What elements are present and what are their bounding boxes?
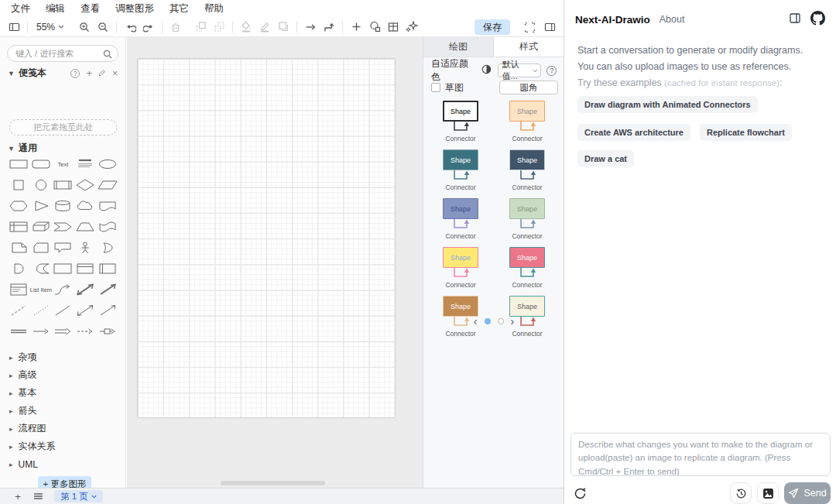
shape-step[interactable] bbox=[52, 220, 74, 234]
shape-card[interactable] bbox=[30, 241, 53, 255]
add-icon[interactable]: + bbox=[86, 67, 92, 79]
elbow-connector-icon[interactable] bbox=[320, 19, 338, 35]
shape-arrow-link[interactable] bbox=[30, 324, 53, 338]
sidebar-category-basic[interactable]: ▸基本 bbox=[0, 384, 126, 402]
shape-line[interactable] bbox=[52, 303, 74, 317]
zoom-out-icon[interactable] bbox=[94, 19, 112, 35]
style-preset-2[interactable]: ShapeConnector bbox=[500, 101, 554, 142]
search-input[interactable] bbox=[7, 45, 118, 62]
shape-process[interactable] bbox=[52, 178, 74, 192]
shape-rounded-rectangle[interactable] bbox=[30, 157, 53, 171]
shape-directional-connector[interactable] bbox=[96, 303, 118, 317]
style-preset-3[interactable]: ShapeConnector bbox=[433, 149, 488, 191]
shape-list-container[interactable] bbox=[96, 262, 118, 276]
shape-double-arrow-link[interactable] bbox=[52, 324, 74, 338]
example-chip-1[interactable]: Create AWS architecture bbox=[577, 124, 690, 141]
style-preset-10[interactable]: ShapeConnector bbox=[500, 296, 554, 338]
style-preset-1[interactable]: ShapeConnector bbox=[433, 101, 488, 142]
save-button[interactable]: 保存 bbox=[475, 19, 510, 35]
page-tab[interactable]: 第 1 页 bbox=[54, 490, 103, 502]
shape-bidirectional-connector[interactable] bbox=[74, 303, 97, 317]
upload-image-button[interactable] bbox=[757, 482, 779, 504]
toggle-sidebar-icon[interactable] bbox=[5, 19, 23, 35]
shape-cloud[interactable] bbox=[74, 199, 97, 213]
scratchpad-dropzone[interactable]: 把元素拖至此处 bbox=[9, 119, 117, 135]
insert-table-icon[interactable] bbox=[384, 19, 403, 35]
shape-note[interactable] bbox=[8, 241, 30, 255]
shape-hexagon[interactable] bbox=[8, 199, 30, 213]
shape-bidirectional-arrow[interactable] bbox=[74, 283, 97, 297]
shape-triangle[interactable] bbox=[30, 199, 53, 213]
shape-labeled-link[interactable] bbox=[96, 324, 118, 338]
menu-item-0[interactable]: 文件 bbox=[11, 2, 30, 15]
to-back-icon[interactable] bbox=[210, 19, 228, 35]
style-preset-7[interactable]: ShapeConnector bbox=[433, 247, 488, 289]
fill-color-icon[interactable] bbox=[237, 19, 255, 35]
menu-item-4[interactable]: 其它 bbox=[170, 2, 189, 15]
canvas-area[interactable] bbox=[127, 37, 423, 488]
shape-trapezoid[interactable] bbox=[74, 220, 97, 234]
tab-diagram[interactable]: 绘图 bbox=[423, 37, 494, 57]
shape-actor[interactable] bbox=[74, 241, 97, 255]
shape-vertical-container[interactable] bbox=[74, 262, 97, 276]
collapse-panel-icon[interactable] bbox=[789, 12, 801, 27]
shape-cube[interactable] bbox=[30, 220, 53, 234]
shape-internal-storage[interactable] bbox=[8, 220, 30, 234]
style-preset-6[interactable]: ShapeConnector bbox=[500, 198, 554, 240]
shape-callout[interactable] bbox=[52, 241, 74, 255]
sidebar-category-advanced[interactable]: ▸高级 bbox=[0, 366, 126, 384]
example-chip-3[interactable]: Draw a cat bbox=[577, 150, 634, 167]
shape-circle[interactable] bbox=[30, 178, 53, 192]
shape-heading[interactable] bbox=[74, 157, 97, 171]
horizontal-scrollbar[interactable] bbox=[221, 481, 325, 485]
style-preset-8[interactable]: ShapeConnector bbox=[500, 247, 554, 289]
shape-dashed-line[interactable] bbox=[8, 303, 30, 317]
fullscreen-icon[interactable] bbox=[520, 19, 539, 35]
shape-list-item[interactable]: List Item bbox=[30, 283, 53, 297]
shape-curve[interactable] bbox=[52, 283, 74, 297]
shape-document[interactable] bbox=[96, 199, 118, 213]
help-icon[interactable]: ? bbox=[546, 66, 557, 76]
add-page-icon[interactable]: + bbox=[8, 491, 28, 502]
sidebar-category-arrows[interactable]: ▸箭头 bbox=[0, 402, 126, 420]
chat-input[interactable] bbox=[570, 433, 831, 476]
to-front-icon[interactable] bbox=[191, 19, 210, 35]
straight-connector-icon[interactable] bbox=[301, 19, 320, 35]
pager-prev-icon[interactable]: ‹ bbox=[474, 317, 478, 325]
reset-chat-button[interactable] bbox=[574, 487, 587, 500]
send-button[interactable]: Send bbox=[784, 482, 831, 504]
redo-icon[interactable] bbox=[139, 19, 158, 35]
sketch-checkbox[interactable] bbox=[431, 83, 440, 92]
shape-and[interactable] bbox=[8, 262, 30, 276]
pager-dot-active[interactable] bbox=[485, 318, 491, 324]
tab-style[interactable]: 样式 bbox=[494, 37, 564, 57]
undo-icon[interactable] bbox=[121, 19, 139, 35]
insert-icon[interactable] bbox=[347, 19, 365, 35]
sidebar-category-misc[interactable]: ▸杂项 bbox=[0, 348, 126, 366]
github-icon[interactable] bbox=[810, 11, 825, 29]
shape-or[interactable] bbox=[96, 241, 118, 255]
insert-shape-icon[interactable] bbox=[365, 19, 384, 35]
menu-item-1[interactable]: 编辑 bbox=[46, 2, 65, 15]
style-default-dropdown[interactable]: 默认值... bbox=[498, 63, 541, 77]
shape-tape[interactable] bbox=[96, 220, 118, 234]
scratchpad-header[interactable]: ▼ 便笺本 bbox=[8, 67, 46, 80]
rounded-button[interactable]: 圆角 bbox=[499, 81, 558, 94]
sidebar-category-flowchart[interactable]: ▸流程图 bbox=[0, 420, 126, 437]
shape-dashed-link[interactable] bbox=[74, 324, 97, 338]
pager-dot[interactable] bbox=[498, 318, 504, 324]
shape-list[interactable] bbox=[8, 283, 30, 297]
toggle-format-panel-icon[interactable] bbox=[540, 19, 559, 35]
menu-item-2[interactable]: 查看 bbox=[81, 2, 100, 15]
example-chip-2[interactable]: Replicate flowchart bbox=[700, 124, 792, 141]
sidebar-category-uml[interactable]: ▸UML bbox=[0, 455, 126, 473]
shape-container[interactable] bbox=[52, 262, 74, 276]
style-preset-4[interactable]: ShapeConnector bbox=[500, 149, 554, 191]
zoom-in-icon[interactable] bbox=[75, 19, 94, 35]
line-color-icon[interactable] bbox=[255, 19, 274, 35]
canvas-page[interactable] bbox=[138, 59, 395, 417]
sidebar-category-entity-relation[interactable]: ▸实体关系 bbox=[0, 437, 126, 455]
shadow-icon[interactable] bbox=[274, 19, 293, 35]
shape-ellipse[interactable] bbox=[96, 157, 118, 171]
about-link[interactable]: About bbox=[660, 14, 685, 25]
